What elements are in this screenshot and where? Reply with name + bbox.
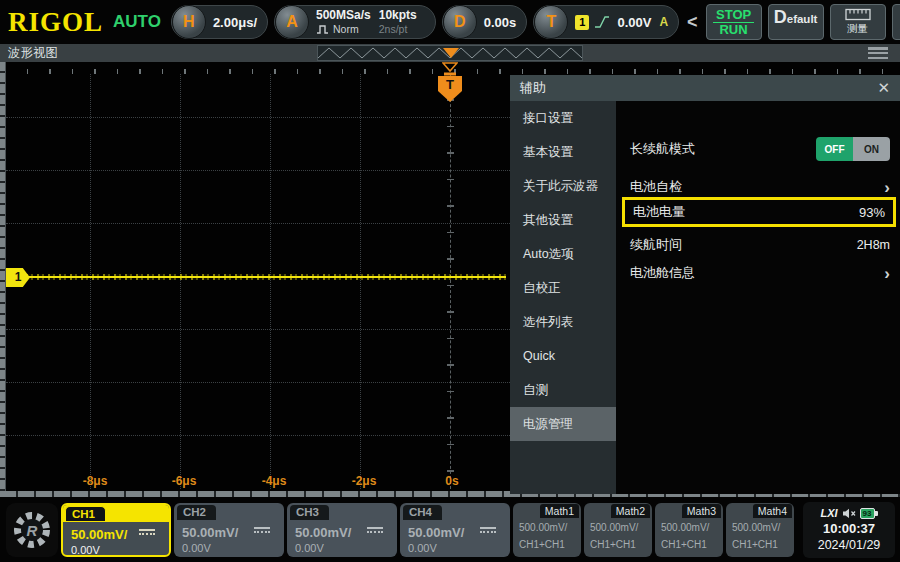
utility-panel: 辅助 ✕ 接口设置 基本设置 关于此示波器 其他设置 Auto选项 自校正 选件… — [510, 75, 900, 494]
channel-scale: 50.00mV/ — [71, 527, 127, 542]
sample-interval-value: 2ns/pt — [379, 23, 417, 35]
math-card-math3[interactable]: Math3 500.00mV/ CH1+CH1 — [655, 503, 723, 557]
utility-panel-header: 辅助 ✕ — [510, 75, 900, 101]
svg-text:R: R — [27, 522, 38, 539]
sidebar-item-self-cal[interactable]: 自校正 — [510, 271, 616, 305]
dc-coupling-icon — [367, 527, 383, 533]
channel-scale: 50.00mV/ — [408, 525, 464, 540]
channel-offset: 0.00V — [182, 542, 211, 554]
battery-runtime-value: 2H8m — [857, 238, 890, 252]
channel-card-ch3[interactable]: CH3 50.00mV/ 0.00V — [287, 503, 397, 557]
channel-offset: 0.00V — [71, 544, 100, 556]
horizontal-group[interactable]: H 2.00μs/ — [171, 5, 268, 39]
stop-label: STOP — [713, 8, 754, 23]
sidebar-item-basic[interactable]: 基本设置 — [510, 135, 616, 169]
default-label-initial: D — [774, 7, 787, 28]
channel-card-ch4[interactable]: CH4 50.00mV/ 0.00V — [400, 503, 510, 557]
sidebar-item-interface[interactable]: 接口设置 — [510, 101, 616, 135]
bottom-bar: R CH1 50.00mV/ 0.00V CH2 50.00mV/ 0.00V … — [0, 497, 900, 562]
gridline-vertical — [360, 74, 361, 489]
channel-tab: CH2 — [177, 505, 216, 520]
waveform-overview-strip[interactable] — [317, 45, 583, 61]
battery-compartment-label: 电池舱信息 — [630, 264, 695, 282]
utility-panel-title: 辅助 — [520, 79, 546, 97]
axis-label: -6μs — [172, 474, 197, 488]
oscilloscope-screen: RIGOL AUTO H 2.00μs/ A 500MSa/s Norm 10k… — [0, 0, 900, 562]
channel-tab: CH4 — [403, 505, 442, 520]
math-expression: CH1+CH1 — [661, 539, 707, 550]
gear-logo-icon: R — [11, 509, 53, 551]
gridline-vertical — [90, 74, 91, 489]
sidebar-item-self-test[interactable]: 自测 — [510, 373, 616, 407]
gridline-vertical — [270, 74, 271, 489]
channel-tab: CH1 — [65, 506, 106, 521]
math-scale: 500.00mV/ — [519, 522, 567, 533]
utility-sidebar: 接口设置 基本设置 关于此示波器 其他设置 Auto选项 自校正 选件列表 Qu… — [510, 101, 616, 494]
math-card-math1[interactable]: Math1 500.00mV/ CH1+CH1 — [513, 503, 581, 557]
view-title: 波形视图 — [8, 45, 58, 62]
battery-compartment-row[interactable]: 电池舱信息 › — [630, 264, 890, 282]
channel-card-ch1[interactable]: CH1 50.00mV/ 0.00V — [61, 503, 171, 557]
dc-coupling-icon — [139, 529, 155, 535]
math-card-math2[interactable]: Math2 500.00mV/ CH1+CH1 — [584, 503, 652, 557]
math-scale: 500.00mV/ — [590, 522, 638, 533]
sidebar-item-power-management[interactable]: 电源管理 — [510, 407, 616, 441]
long-battery-mode-label: 长续航模式 — [630, 140, 695, 158]
delay-group[interactable]: D 0.00s — [442, 5, 528, 39]
channel-scale: 50.00mV/ — [295, 525, 351, 540]
trigger-flag[interactable]: T — [438, 76, 462, 102]
stop-run-button[interactable]: STOP RUN — [706, 4, 762, 40]
top-toolbar: RIGOL AUTO H 2.00μs/ A 500MSa/s Norm 10k… — [0, 0, 900, 44]
measure-button[interactable]: 测量 — [830, 4, 886, 40]
rising-edge-icon — [593, 14, 611, 30]
left-scale-bar — [0, 62, 6, 491]
sidebar-item-quick[interactable]: Quick — [510, 339, 616, 373]
sidebar-item-about[interactable]: 关于此示波器 — [510, 169, 616, 203]
battery-level-row-highlighted[interactable]: 电池电量 93% — [622, 197, 896, 227]
math-tab: Math4 — [753, 504, 792, 518]
axis-label: -2μs — [352, 474, 377, 488]
acquire-group[interactable]: A 500MSa/s Norm 10kpts 2ns/pt — [274, 5, 436, 39]
close-icon[interactable]: ✕ — [877, 79, 890, 97]
toolbar-prev-icon[interactable]: < — [685, 12, 700, 33]
math-card-math4[interactable]: Math4 500.00mV/ CH1+CH1 — [726, 503, 794, 557]
menu-icon[interactable] — [868, 47, 888, 59]
trigger-knob-icon[interactable]: T — [534, 5, 568, 39]
math-expression: CH1+CH1 — [732, 539, 778, 550]
flex-knob-button[interactable]: 灵动旋钮 — [892, 4, 900, 40]
long-battery-mode-toggle[interactable]: OFF ON — [816, 137, 890, 161]
status-time: 10:00:37 — [823, 520, 875, 538]
dc-coupling-icon — [480, 527, 496, 533]
channel-offset: 0.00V — [295, 542, 324, 554]
sidebar-item-auto-config[interactable]: Auto选项 — [510, 237, 616, 271]
battery-runtime-row: 续航时间 2H8m — [630, 236, 890, 254]
acquire-knob-icon[interactable]: A — [275, 5, 309, 39]
horizontal-knob-icon[interactable]: H — [172, 5, 206, 39]
battery-level-label: 电池电量 — [633, 203, 685, 221]
math-tab: Math2 — [611, 504, 650, 518]
trigger-mode-flag: A — [659, 15, 668, 29]
trigger-position-marker-icon[interactable] — [442, 62, 458, 76]
delay-knob-icon[interactable]: D — [443, 5, 477, 39]
sidebar-item-other[interactable]: 其他设置 — [510, 203, 616, 237]
battery-runtime-label: 续航时间 — [630, 236, 682, 254]
sample-rate-value: 500MSa/s — [316, 9, 371, 23]
overview-trigger-marker-icon — [443, 48, 459, 58]
dc-coupling-icon — [254, 527, 270, 533]
measure-label: 测量 — [847, 22, 868, 36]
trigger-group[interactable]: T 1 0.00V A — [533, 5, 679, 39]
rigol-gear-button[interactable]: R — [6, 503, 58, 557]
battery-self-check-row[interactable]: 电池自检 › — [630, 178, 890, 196]
axis-label: -4μs — [262, 474, 287, 488]
status-clock-card[interactable]: LXI 93 10:00:37 2024/01/29 — [803, 502, 895, 558]
sidebar-item-option-list[interactable]: 选件列表 — [510, 305, 616, 339]
default-button[interactable]: Default — [768, 4, 824, 40]
toggle-on-label: ON — [853, 137, 890, 161]
math-expression: CH1+CH1 — [590, 539, 636, 550]
math-scale: 500.00mV/ — [732, 522, 780, 533]
chevron-right-icon: › — [884, 179, 890, 196]
axis-label: -8μs — [83, 474, 108, 488]
channel-card-ch2[interactable]: CH2 50.00mV/ 0.00V — [174, 503, 284, 557]
battery-status-icon: 93 — [860, 508, 875, 519]
overview-waveform-icon — [318, 46, 582, 60]
